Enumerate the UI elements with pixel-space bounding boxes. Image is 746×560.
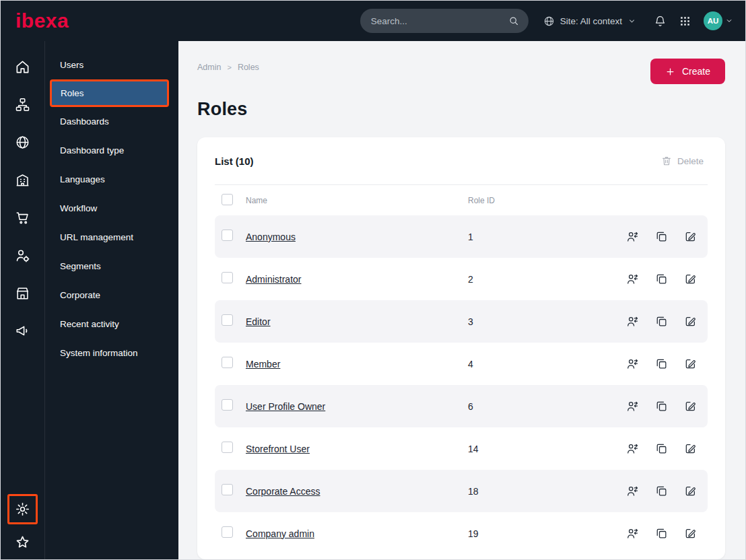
megaphone-icon[interactable] (15, 323, 30, 339)
star-icon[interactable] (15, 534, 30, 550)
assign-button[interactable] (626, 442, 639, 455)
bell-icon (654, 15, 667, 28)
copy-button[interactable] (655, 400, 668, 413)
apps-menu-button[interactable] (679, 15, 691, 28)
edit-button[interactable] (684, 400, 697, 413)
row-checkbox[interactable] (222, 399, 233, 411)
topbar-actions: AU (654, 11, 733, 30)
assign-button[interactable] (626, 315, 639, 328)
select-all-checkbox[interactable] (222, 194, 233, 205)
copy-button[interactable] (655, 357, 668, 370)
role-name-link[interactable]: Editor (246, 316, 271, 327)
edit-button[interactable] (684, 315, 697, 328)
chevron-down-icon (628, 17, 636, 26)
copy-button[interactable] (655, 273, 668, 285)
edit-button[interactable] (684, 230, 697, 243)
sidebar-item-url-management[interactable]: URL management (45, 223, 178, 252)
row-checkbox[interactable] (222, 442, 233, 453)
sidebar-item-languages[interactable]: Languages (45, 165, 178, 194)
storefront-icon[interactable] (15, 285, 30, 301)
row-checkbox[interactable] (222, 484, 233, 495)
sidebar-item-corporate[interactable]: Corporate (45, 281, 178, 310)
list-card-header: List (10) Delete (215, 137, 708, 184)
sidebar-item-recent-activity[interactable]: Recent activity (45, 310, 178, 339)
edit-button[interactable] (684, 485, 697, 497)
breadcrumb-admin[interactable]: Admin (197, 63, 221, 72)
breadcrumb-separator: > (227, 63, 231, 71)
assign-users-icon (626, 400, 639, 413)
edit-button[interactable] (684, 357, 697, 370)
user-settings-icon[interactable] (15, 248, 30, 263)
sidebar-item-users[interactable]: Users (45, 50, 178, 79)
chevron-down-icon (725, 17, 733, 25)
notifications-button[interactable] (654, 15, 667, 28)
globe-icon[interactable] (15, 135, 30, 150)
create-button-label: Create (682, 66, 710, 77)
main-content: Admin > Roles Create Roles List (10) Del… (178, 41, 745, 559)
copy-button[interactable] (655, 442, 668, 455)
ibexa-logo: ibexa (15, 11, 69, 31)
icon-rail (1, 41, 45, 559)
role-name-link[interactable]: User Profile Owner (246, 401, 325, 412)
global-search[interactable] (360, 9, 529, 33)
copy-button[interactable] (655, 230, 668, 243)
copy-button[interactable] (655, 527, 668, 540)
row-checkbox[interactable] (222, 230, 233, 241)
copy-icon (655, 442, 668, 455)
edit-button[interactable] (684, 527, 697, 540)
sidebar-item-dashboard-type[interactable]: Dashboard type (45, 136, 178, 165)
table-row: Editor 3 (215, 300, 708, 343)
row-checkbox[interactable] (222, 526, 233, 538)
edit-icon (684, 357, 697, 370)
copy-button[interactable] (655, 315, 668, 328)
assign-button[interactable] (626, 357, 639, 370)
copy-button[interactable] (655, 485, 668, 497)
site-context-selector[interactable]: Site: All context (543, 15, 636, 27)
cart-icon[interactable] (15, 210, 30, 225)
row-checkbox[interactable] (222, 314, 233, 326)
icon-rail-top (15, 59, 30, 339)
role-id: 6 (468, 401, 608, 412)
table-row: Corporate Access 18 (215, 470, 708, 512)
role-id: 2 (468, 274, 608, 285)
edit-icon (684, 315, 697, 328)
assign-button[interactable] (626, 230, 639, 243)
assign-button[interactable] (626, 273, 639, 285)
edit-button[interactable] (684, 442, 697, 455)
row-checkbox[interactable] (222, 272, 233, 283)
apps-grid-icon (679, 15, 691, 28)
row-checkbox[interactable] (222, 357, 233, 368)
sidebar-item-system-information[interactable]: System information (45, 339, 178, 368)
sidebar-item-workflow[interactable]: Workflow (45, 194, 178, 223)
assign-button[interactable] (626, 527, 639, 540)
role-name-link[interactable]: Anonymous (246, 232, 296, 242)
assign-users-icon (626, 357, 639, 370)
assign-button[interactable] (626, 485, 639, 497)
user-menu[interactable]: AU (704, 11, 733, 30)
globe-icon (543, 15, 555, 27)
content-tree-icon[interactable] (15, 97, 30, 112)
building-icon[interactable] (15, 172, 30, 188)
assign-button[interactable] (626, 400, 639, 413)
home-icon[interactable] (15, 59, 30, 75)
role-name-link[interactable]: Administrator (246, 274, 301, 285)
role-name-link[interactable]: Corporate Access (246, 486, 320, 497)
assign-users-icon (626, 485, 639, 497)
role-name-link[interactable]: Member (246, 359, 280, 370)
role-name-link[interactable]: Storefront User (246, 444, 310, 454)
copy-icon (655, 485, 668, 497)
gear-icon[interactable] (15, 501, 30, 517)
delete-button[interactable]: Delete (657, 155, 708, 167)
create-button[interactable]: Create (650, 59, 725, 84)
sidebar-item-roles[interactable]: Roles (50, 79, 169, 107)
app-window: ibexa Site: All context AU (0, 0, 746, 560)
sidebar-item-dashboards[interactable]: Dashboards (45, 107, 178, 136)
trash-icon (661, 155, 672, 166)
edit-button[interactable] (684, 273, 697, 285)
sidebar-item-segments[interactable]: Segments (45, 252, 178, 281)
role-name-link[interactable]: Company admin (246, 528, 314, 539)
assign-users-icon (626, 230, 639, 243)
table-row: User Profile Owner 6 (215, 385, 708, 427)
search-input[interactable] (370, 15, 503, 27)
assign-users-icon (626, 527, 639, 540)
